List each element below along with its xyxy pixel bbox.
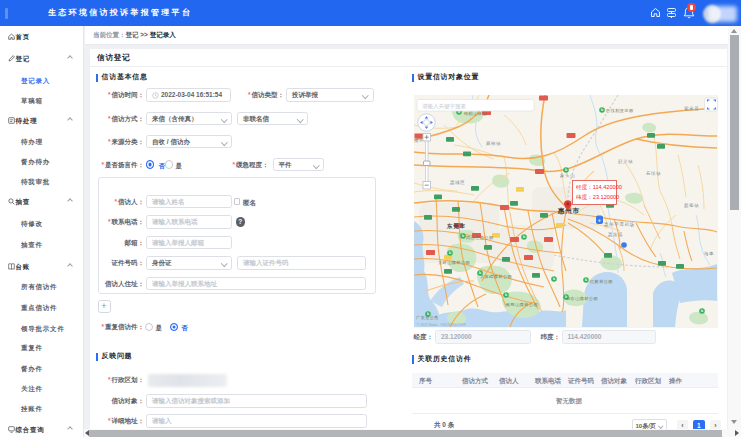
svg-text:b: b xyxy=(504,293,506,297)
svg-text:东莞市: 东莞市 xyxy=(446,223,466,230)
svg-text:象头山: 象头山 xyxy=(560,173,575,178)
svg-text:新庵镇: 新庵镇 xyxy=(684,203,699,208)
svg-text:+: + xyxy=(598,218,601,223)
svg-text:经度：114.420000: 经度：114.420000 xyxy=(576,184,622,191)
svg-text:纬度：23.120000: 纬度：23.120000 xyxy=(576,193,619,200)
svg-text:巴伐利亚庄园: 巴伐利亚庄园 xyxy=(606,108,634,113)
svg-text:b: b xyxy=(552,277,554,281)
svg-text:惠州平潭机场: 惠州平潭机场 xyxy=(603,221,635,228)
svg-text:广东亚公角: 广东亚公角 xyxy=(416,315,439,320)
svg-text:b: b xyxy=(448,251,450,255)
svg-text:b: b xyxy=(564,168,566,172)
svg-text:海丰: 海丰 xyxy=(704,251,714,256)
svg-text:b: b xyxy=(584,278,586,282)
svg-text:观音山森林公园: 观音山森林公园 xyxy=(566,296,598,301)
svg-text:同沙生态公园: 同沙生态公园 xyxy=(466,235,494,240)
svg-text:b: b xyxy=(461,234,463,238)
svg-text:银瓶山森林公园: 银瓶山森林公园 xyxy=(505,302,538,307)
svg-text:惠城区: 惠城区 xyxy=(449,179,465,185)
svg-text:© 2022 Baidu - GS(2019)5218号: © 2022 Baidu - GS(2019)5218号 xyxy=(417,322,467,326)
svg-text:b: b xyxy=(600,108,602,112)
svg-text:b: b xyxy=(522,235,524,239)
svg-text:好义镇: 好义镇 xyxy=(618,158,633,165)
svg-text:大屏嶂森林公园: 大屏嶂森林公园 xyxy=(480,274,512,279)
svg-text:大岭山森林公园: 大岭山森林公园 xyxy=(438,260,470,265)
svg-text:请输入关键字搜索: 请输入关键字搜索 xyxy=(422,102,466,109)
svg-text:紫金县: 紫金县 xyxy=(684,106,699,111)
svg-text:红树林公园: 红树林公园 xyxy=(590,279,613,284)
svg-text:石坝镇: 石坝镇 xyxy=(646,170,661,176)
svg-text:b: b xyxy=(700,309,702,313)
svg-text:惠东县: 惠东县 xyxy=(607,232,623,237)
svg-text:麻柳镇: 麻柳镇 xyxy=(486,141,501,146)
